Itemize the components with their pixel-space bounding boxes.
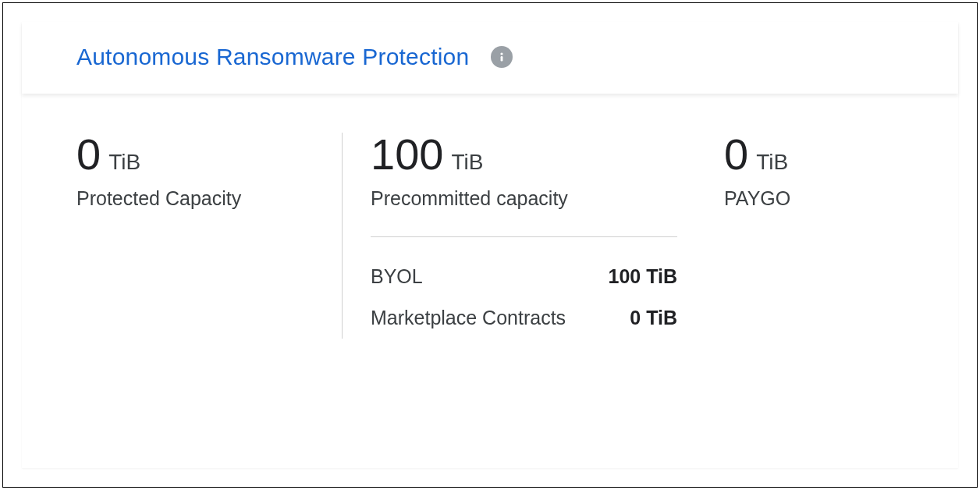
svg-point-0 xyxy=(501,52,503,55)
breakdown-byol-value: 100 TiB xyxy=(609,265,677,288)
stats-row: 0 TiB Protected Capacity 100 TiB Precomm… xyxy=(76,133,904,339)
paygo-label: PAYGO xyxy=(724,187,904,210)
breakdown-byol-row: BYOL 100 TiB xyxy=(371,256,677,297)
breakdown-marketplace-label: Marketplace Contracts xyxy=(371,307,566,329)
card-body: 0 TiB Protected Capacity 100 TiB Precomm… xyxy=(22,94,958,468)
svg-rect-1 xyxy=(501,56,503,62)
stat-protected-capacity: 0 TiB Protected Capacity xyxy=(76,133,342,210)
outer-frame: Autonomous Ransomware Protection 0 TiB P… xyxy=(2,2,978,488)
arp-card: Autonomous Ransomware Protection 0 TiB P… xyxy=(22,22,958,468)
precommitted-value-line: 100 TiB xyxy=(371,133,677,176)
stat-precommitted-capacity: 100 TiB Precommitted capacity BYOL 100 T… xyxy=(342,133,701,339)
protected-value-line: 0 TiB xyxy=(76,133,342,176)
precommitted-value: 100 xyxy=(371,133,443,176)
breakdown-marketplace-value: 0 TiB xyxy=(630,307,677,329)
precommitted-divider xyxy=(371,236,677,237)
protected-unit: TiB xyxy=(108,150,140,175)
card-title[interactable]: Autonomous Ransomware Protection xyxy=(76,44,469,70)
protected-label: Protected Capacity xyxy=(76,187,342,210)
protected-value: 0 xyxy=(76,133,101,176)
paygo-unit: TiB xyxy=(756,150,788,175)
info-icon[interactable] xyxy=(491,46,513,68)
paygo-value-line: 0 TiB xyxy=(724,133,904,176)
precommitted-unit: TiB xyxy=(451,150,483,175)
breakdown-marketplace-row: Marketplace Contracts 0 TiB xyxy=(371,297,677,339)
card-header: Autonomous Ransomware Protection xyxy=(22,22,958,94)
breakdown-byol-label: BYOL xyxy=(371,265,423,288)
precommitted-label: Precommitted capacity xyxy=(371,187,677,210)
stat-paygo: 0 TiB PAYGO xyxy=(701,133,904,210)
paygo-value: 0 xyxy=(724,133,748,176)
